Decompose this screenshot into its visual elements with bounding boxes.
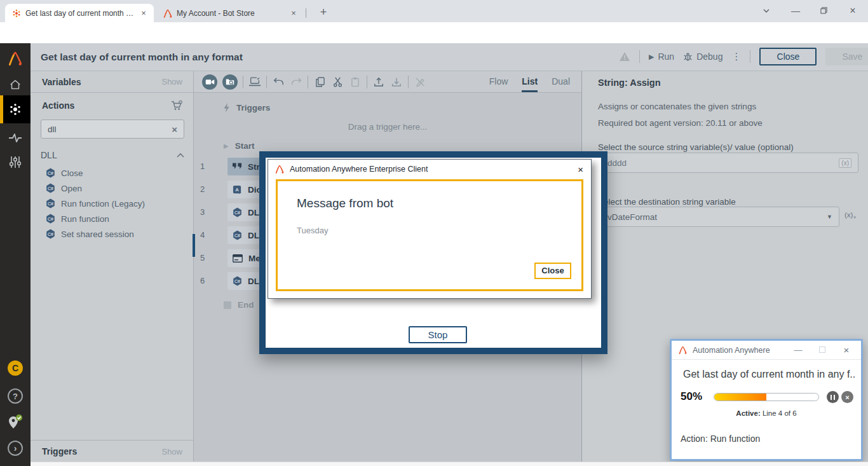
header-more-icon[interactable]: ⋮ [731, 51, 741, 62]
upload-icon[interactable] [372, 76, 385, 88]
dictionary-icon: A [233, 185, 242, 195]
line-number: 2 [200, 184, 212, 194]
bottom-scroll-strip[interactable] [31, 462, 868, 466]
stop-button[interactable]: Stop [409, 326, 467, 343]
dest-variable-select[interactable]: vDateFormat ▼ [598, 207, 839, 227]
action-item-label: Open [61, 184, 82, 193]
run-button[interactable]: ▶Run [649, 51, 674, 62]
dest-variable-value: vDateFormat [607, 212, 827, 222]
triggers-header[interactable]: Triggers Show [31, 440, 194, 462]
action-detail-desc: Assigns or concatenates the given string… [598, 102, 756, 111]
insert-variable-icon[interactable]: (x) [839, 158, 851, 168]
bot-store-cart-icon[interactable] [171, 100, 182, 111]
create-variable-icon[interactable]: (x)+ [844, 211, 857, 221]
tab2-title: My Account - Bot Store [177, 9, 285, 18]
window-minimize-icon[interactable]: — [787, 3, 804, 19]
actions-search-input[interactable]: dll × [41, 120, 184, 139]
progress-task-name: Get last day of current month in any f..… [683, 369, 855, 380]
tab2-favicon-aa-icon [163, 8, 173, 18]
close-bot-button[interactable]: Close [759, 48, 817, 65]
tab1-close-icon[interactable]: × [139, 8, 149, 18]
pen-disabled-icon[interactable] [414, 76, 426, 88]
csharp-hexagon-icon: C# [46, 183, 55, 193]
cut-icon[interactable] [331, 76, 344, 88]
message-close-button[interactable]: Close [534, 263, 571, 279]
action-item-label: Run function (Legacy) [61, 199, 145, 209]
line-number: 1 [200, 161, 212, 171]
progress-close-icon[interactable]: × [837, 345, 856, 355]
rail-bot-editor-icon[interactable] [0, 95, 31, 123]
view-tab-flow[interactable]: Flow [489, 71, 508, 93]
search-clear-icon[interactable]: × [172, 124, 177, 135]
search-folder-icon[interactable] [222, 74, 238, 90]
progress-window: Automation Anywhere — × Get last day of … [670, 339, 863, 461]
view-tab-list[interactable]: List [522, 71, 538, 93]
action-item-label: Set shared session [61, 230, 134, 239]
progress-percent: 50% [681, 390, 702, 403]
dialog-titlebar[interactable]: Automation Anywhere Enterprise Client × [268, 160, 591, 179]
canvas-end-section[interactable]: End [224, 300, 254, 310]
message-heading: Message from bot [297, 196, 393, 210]
view-tab-dual[interactable]: Dual [552, 71, 570, 93]
tab-search-chevron-icon[interactable] [757, 3, 775, 19]
pause-button[interactable] [827, 391, 839, 403]
svg-text:C#: C# [48, 186, 53, 191]
dll-group-header[interactable]: DLL [41, 150, 184, 160]
browser-tab-2[interactable]: My Account - Bot Store × [156, 4, 304, 22]
progress-minimize-icon[interactable]: — [789, 345, 808, 355]
tab1-title: Get last day of current month in a [25, 9, 135, 18]
canvas-toolbar: Flow List Dual [194, 71, 581, 93]
dialog-title: Automation Anywhere Enterprise Client [290, 165, 573, 174]
rail-user-avatar[interactable]: C [0, 359, 31, 378]
header-warning-icon [619, 51, 630, 62]
dropdown-caret-icon: ▼ [827, 214, 832, 220]
save-button-disabled[interactable]: Save [825, 48, 868, 65]
progress-fill [714, 394, 766, 401]
view-switcher: Flow List Dual [489, 71, 570, 93]
debug-button[interactable]: Debug [683, 51, 722, 62]
action-item-close[interactable]: C# Close [46, 165, 186, 181]
redo-icon[interactable] [290, 76, 302, 88]
rail-help-icon[interactable]: ? [0, 387, 31, 406]
variables-show-link[interactable]: Show [161, 77, 182, 86]
record-icon[interactable] [202, 74, 217, 90]
collapse-chevron-icon[interactable] [177, 153, 184, 158]
progress-titlebar[interactable]: Automation Anywhere — × [672, 341, 861, 360]
source-string-value: dddd [607, 158, 839, 168]
tab2-close-icon[interactable]: × [288, 8, 299, 18]
stop-run-button[interactable]: × [841, 391, 853, 403]
laptop-check-icon[interactable] [248, 76, 261, 88]
triggers-show-link[interactable]: Show [161, 447, 182, 456]
action-item-run-function[interactable]: C# Run function [46, 211, 186, 226]
canvas-triggers-label: Triggers [236, 103, 270, 113]
action-item-open[interactable]: C# Open [46, 181, 186, 196]
action-item-set-shared-session[interactable]: C# Set shared session [46, 226, 186, 242]
rail-location-pin-icon[interactable] [0, 411, 31, 434]
tab1-favicon-aa-bot-icon [11, 8, 22, 18]
browser-tab-strip: Get last day of current month in a × My … [0, 0, 868, 22]
paste-icon[interactable] [349, 76, 362, 88]
variables-header[interactable]: Variables Show [31, 71, 194, 93]
message-content-box: Message from bot Tuesday Close [276, 179, 583, 291]
rail-settings-sliders-icon[interactable] [0, 151, 31, 173]
header-separator [639, 50, 640, 63]
dialog-close-icon[interactable]: × [578, 164, 583, 175]
new-tab-button[interactable]: + [315, 4, 332, 21]
rail-activity-icon[interactable] [0, 127, 31, 149]
window-maximize-icon[interactable] [815, 3, 832, 19]
action-item-label: Close [61, 168, 83, 178]
action-item-run-function-legacy[interactable]: C# Run function (Legacy) [46, 196, 186, 211]
rail-home-icon[interactable] [0, 74, 31, 95]
svg-text:C#: C# [48, 232, 53, 236]
progress-action-line: Action: Run function [681, 434, 760, 444]
window-close-icon[interactable]: × [844, 3, 862, 19]
copy-icon[interactable] [313, 76, 326, 88]
undo-icon[interactable] [272, 76, 285, 88]
header-separator-2 [750, 50, 750, 63]
rail-expand-chevron-icon[interactable]: › [0, 439, 31, 458]
source-string-input[interactable]: dddd (x) [598, 153, 858, 173]
canvas-triggers-section[interactable]: Triggers [224, 103, 270, 113]
download-icon[interactable] [390, 76, 403, 88]
canvas-start-section[interactable]: ▶ Start [224, 141, 254, 151]
browser-tab-1[interactable]: Get last day of current month in a × [5, 4, 154, 22]
